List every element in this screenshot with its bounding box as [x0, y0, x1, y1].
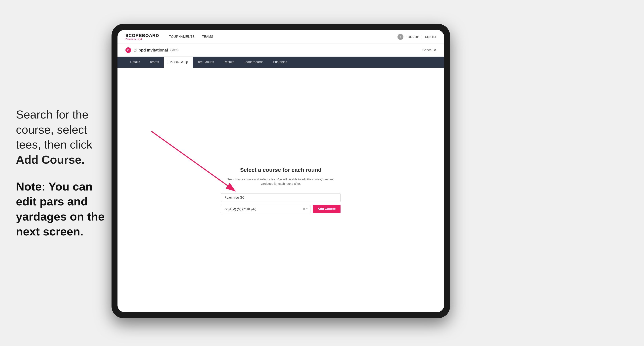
tab-leaderboards[interactable]: Leaderboards: [239, 57, 268, 68]
tee-select-wrapper: Gold (M) (M) (7010 yds) ✕ ⌃: [221, 205, 310, 213]
panel-description: Search for a course and select a tee. Yo…: [221, 177, 340, 186]
tournament-header: C Clippd Invitational (Men) Cancel ✕: [118, 44, 444, 57]
tee-select-icons: ✕ ⌃: [303, 208, 308, 211]
nav-right: T Test User | Sign out: [398, 34, 436, 40]
nav-links: TOURNAMENTS TEAMS: [169, 35, 213, 39]
tablet-outer-shell: SCOREBOARD Powered by clippd TOURNAMENTS…: [112, 24, 450, 318]
clear-icon[interactable]: ✕: [303, 208, 305, 211]
logo-subtitle: Powered by clippd: [126, 38, 159, 40]
tab-results[interactable]: Results: [219, 57, 239, 68]
top-nav: SCOREBOARD Powered by clippd TOURNAMENTS…: [118, 30, 444, 44]
logo: SCOREBOARD Powered by clippd: [126, 33, 159, 40]
nav-left: SCOREBOARD Powered by clippd TOURNAMENTS…: [126, 33, 213, 40]
nav-tournaments[interactable]: TOURNAMENTS: [169, 35, 195, 39]
cancel-icon: ✕: [434, 48, 436, 52]
tablet-device: SCOREBOARD Powered by clippd TOURNAMENTS…: [112, 24, 450, 318]
annotation-note: Note: You can edit pars and yardages on …: [16, 179, 108, 239]
nav-separator: |: [422, 35, 422, 38]
logo-title: SCOREBOARD: [126, 33, 159, 38]
panel-title: Select a course for each round: [221, 167, 340, 173]
tournament-gender: (Men): [170, 48, 178, 52]
tab-details[interactable]: Details: [126, 57, 145, 68]
sign-out-link[interactable]: Sign out: [425, 35, 436, 38]
tee-select[interactable]: Gold (M) (M) (7010 yds): [221, 205, 310, 213]
user-avatar: T: [398, 34, 404, 40]
tournament-name: Clippd Invitational: [134, 48, 168, 52]
chevron-icon: ⌃: [306, 208, 308, 211]
main-content: Select a course for each round Search fo…: [118, 68, 444, 312]
tournament-title-area: C Clippd Invitational (Men): [126, 47, 178, 53]
tab-bar: Details Teams Course Setup Tee Groups Re…: [118, 57, 444, 68]
tab-course-setup[interactable]: Course Setup: [164, 57, 193, 68]
tab-printables[interactable]: Printables: [268, 57, 292, 68]
add-course-button[interactable]: Add Course: [313, 205, 340, 213]
tablet-screen: SCOREBOARD Powered by clippd TOURNAMENTS…: [118, 30, 444, 312]
cancel-button[interactable]: Cancel ✕: [422, 48, 436, 52]
nav-teams[interactable]: TEAMS: [202, 35, 214, 39]
course-setup-panel: Select a course for each round Search fo…: [221, 167, 340, 213]
tab-teams[interactable]: Teams: [145, 57, 164, 68]
tab-tee-groups[interactable]: Tee Groups: [193, 57, 219, 68]
annotation-text: Search for the course, select tees, then…: [16, 107, 108, 167]
course-search-input[interactable]: [221, 193, 340, 202]
tee-select-row: Gold (M) (M) (7010 yds) ✕ ⌃ Add Course: [221, 205, 340, 213]
annotation-area: Search for the course, select tees, then…: [0, 0, 124, 346]
user-name: Test User: [406, 35, 419, 38]
tournament-icon: C: [126, 47, 131, 53]
